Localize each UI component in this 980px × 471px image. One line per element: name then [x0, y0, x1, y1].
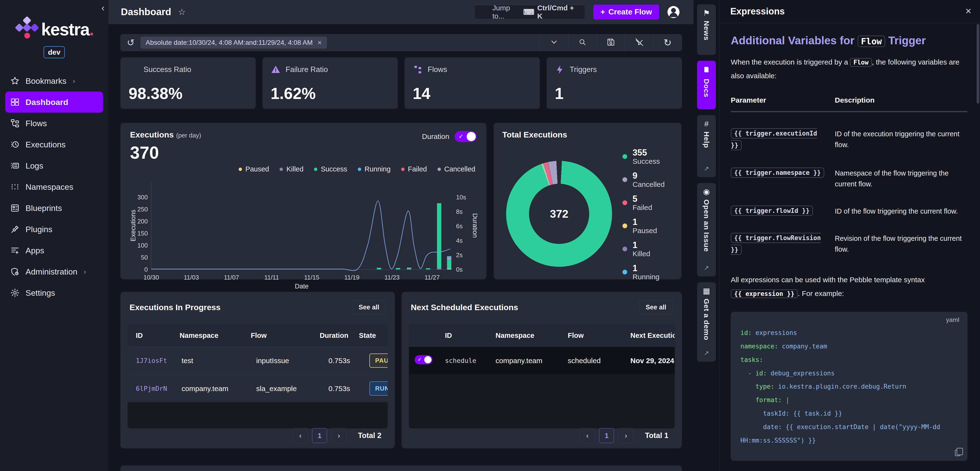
sidebar-item-logs[interactable]: Logs: [0, 155, 108, 176]
sidebar-item-dashboard[interactable]: Dashboard: [5, 92, 103, 113]
donut-legend-item-failed[interactable]: 5Failed: [622, 191, 665, 214]
donut-center-value: 372: [550, 207, 568, 220]
text-search-icon[interactable]: [665, 65, 675, 76]
svg-text:11/11: 11/11: [264, 274, 279, 281]
side-tab-open-an-issue[interactable]: ◉Open an Issue↗: [697, 183, 716, 277]
sidebar-collapse-icon[interactable]: ‹: [101, 3, 105, 13]
next-page-button[interactable]: ›: [331, 428, 346, 443]
sidebar-item-bookmarks[interactable]: Bookmarks›: [0, 70, 108, 92]
column-header-flow: Flow: [243, 332, 312, 339]
history-icon[interactable]: ↺: [127, 37, 135, 48]
sidebar-item-label: Apps: [25, 246, 44, 255]
svg-text:150: 150: [137, 230, 148, 237]
stat-value: 1: [555, 84, 564, 103]
stats-row: Success Ratio 98.38% Failure Ratio 1.62%…: [120, 57, 682, 109]
keyboard-icon: ⌨: [523, 8, 534, 17]
side-tab-get-a-demo[interactable]: ▦Get a demo↗: [697, 282, 716, 362]
filter-off-button[interactable]: [625, 35, 653, 51]
sidebar-item-label: Bookmarks: [25, 76, 67, 86]
kestra-logo-text: kestra.: [41, 19, 94, 39]
donut-legend-item-paused[interactable]: 1Paused: [622, 214, 665, 237]
svg-text:11/03: 11/03: [184, 274, 199, 281]
prev-page-button[interactable]: ‹: [580, 428, 595, 443]
param-row: {{ trigger.executionId }} ID of the exec…: [731, 127, 967, 151]
state-badge: PAUSED: [369, 353, 388, 368]
current-page[interactable]: 1: [599, 428, 614, 443]
legend-item-running[interactable]: Running: [358, 165, 391, 173]
scheduled-see-all-button[interactable]: See all: [639, 300, 673, 315]
duration-toggle[interactable]: [455, 131, 477, 142]
in-progress-title: Executions In Progress: [130, 303, 221, 312]
in-progress-table: IDNamespaceFlowDurationState 1J7iosFt te…: [127, 325, 388, 428]
executions-chart: 0501001502002503000s2s4s6s8s10s10/3011/0…: [130, 177, 477, 291]
stat-label: Flows: [428, 65, 447, 74]
next-page-button[interactable]: ›: [618, 428, 633, 443]
user-avatar[interactable]: [667, 6, 679, 18]
param-row: {{ trigger.flowRevision }} Revision of t…: [731, 232, 967, 256]
search-icon: [578, 38, 587, 47]
svg-text:200: 200: [137, 218, 148, 225]
github-icon: ◉: [703, 188, 710, 196]
text-search-icon[interactable]: [239, 65, 248, 76]
jump-to-search[interactable]: Jump to... ⌨ Ctrl/Cmd + K: [474, 5, 585, 19]
donut-legend-item-killed[interactable]: 1Killed: [622, 237, 665, 261]
sidebar-item-blueprints[interactable]: Blueprints: [0, 197, 108, 219]
stat-value: 98.38%: [129, 84, 183, 103]
docs-scrollbar[interactable]: [977, 24, 979, 103]
news-icon: ⚑: [703, 9, 710, 17]
search-placeholder: Jump to...: [492, 4, 523, 20]
legend-item-failed[interactable]: Failed: [401, 165, 427, 173]
side-tab-news[interactable]: ⚑News: [697, 4, 716, 55]
search-button[interactable]: [568, 35, 597, 51]
svg-text:Date: Date: [295, 283, 309, 290]
text-search-icon[interactable]: [381, 65, 391, 76]
copy-icon[interactable]: [955, 450, 960, 456]
create-flow-button[interactable]: + Create Flow: [593, 5, 659, 19]
apps-icon: [10, 246, 25, 255]
stat-card-failure-ratio: Failure Ratio 1.62%: [262, 57, 398, 109]
in-progress-see-all-button[interactable]: See all: [352, 300, 386, 315]
current-page[interactable]: 1: [312, 428, 327, 443]
external-link-icon: ↗: [704, 264, 709, 272]
sidebar-item-apps[interactable]: Apps: [0, 240, 108, 261]
yaml-code-block: yaml id: expressionsnamespace: company.t…: [731, 312, 967, 461]
sidebar-item-settings[interactable]: Settings: [0, 282, 108, 303]
page-title: Dashboard: [121, 6, 171, 18]
parameters-table: Parameter Description {{ trigger.executi…: [731, 96, 967, 256]
legend-item-success[interactable]: Success: [314, 165, 347, 173]
table-row[interactable]: 1J7iosFt test inputIssue 0.753s PAUSED: [127, 347, 388, 374]
sidebar-item-label: Executions: [25, 140, 65, 149]
donut-legend-item-cancelled[interactable]: 9Cancelled: [622, 168, 665, 191]
prev-page-button[interactable]: ‹: [293, 428, 308, 443]
sidebar-item-executions[interactable]: Executions: [0, 134, 108, 155]
table-row[interactable]: schedule company.team scheduled Nov 29, …: [409, 347, 675, 374]
schedule-enabled-toggle[interactable]: [415, 355, 433, 364]
donut-legend: 355Success 9Cancelled 5Failed 1Paused 1K…: [622, 145, 665, 284]
donut-legend-item-success[interactable]: 355Success: [622, 145, 665, 168]
legend-item-cancelled[interactable]: Cancelled: [438, 165, 475, 173]
save-button[interactable]: [597, 35, 625, 51]
chevron-down-button[interactable]: [539, 35, 568, 51]
text-search-icon[interactable]: [523, 65, 533, 76]
legend-item-paused[interactable]: Paused: [239, 165, 269, 173]
trigger-id-cell: schedule: [437, 357, 487, 364]
sidebar-item-plugins[interactable]: Plugins: [0, 219, 108, 240]
execution-id-link[interactable]: 1J7iosFt: [127, 357, 173, 364]
sidebar-item-namespaces[interactable]: Namespaces: [0, 176, 108, 197]
legend-item-killed[interactable]: Killed: [280, 165, 303, 173]
sidebar-item-administration[interactable]: Administration›: [0, 261, 108, 282]
favorite-star-icon[interactable]: ☆: [178, 7, 186, 17]
refresh-button[interactable]: ↻: [653, 35, 682, 51]
date-filter-chip[interactable]: Absolute date:10/30/24, 4:08 AM:and:11/2…: [140, 37, 327, 49]
environment-badge: dev: [44, 46, 65, 58]
sidebar-item-flows[interactable]: Flows: [0, 113, 108, 134]
external-link-icon: ↗: [704, 349, 709, 357]
table-row[interactable]: 6lPjmDrN company.team sla_example 0.753s…: [127, 374, 388, 403]
donut-legend-item-running[interactable]: 1Running: [622, 261, 665, 284]
side-tabstrip: ⚑NewsDocs#Help↗◉Open an Issue↗▦Get a dem…: [694, 0, 719, 471]
chip-close-icon[interactable]: ×: [318, 38, 322, 47]
docs-close-icon[interactable]: ×: [965, 5, 971, 17]
side-tab-help[interactable]: #Help↗: [697, 115, 716, 177]
execution-id-link[interactable]: 6lPjmDrN: [127, 385, 173, 392]
side-tab-docs[interactable]: Docs: [697, 60, 716, 109]
